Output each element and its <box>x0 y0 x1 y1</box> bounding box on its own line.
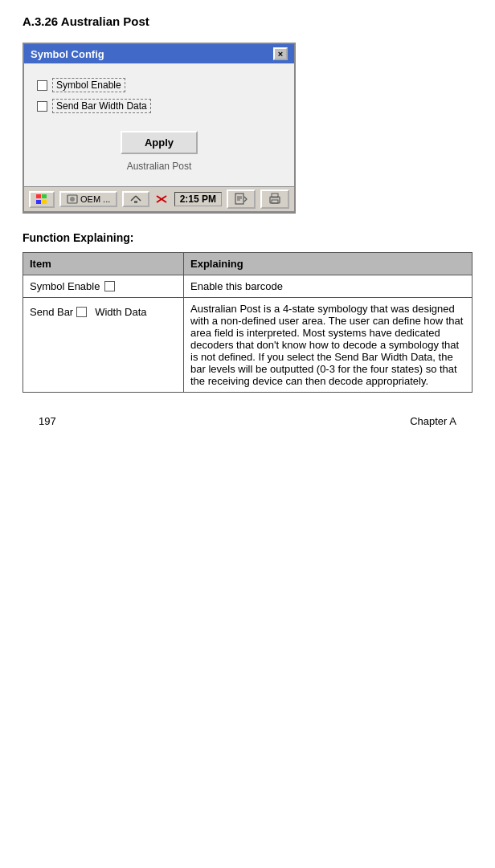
function-explaining-title: Function Explaining: <box>22 231 472 244</box>
svg-rect-6 <box>134 201 137 203</box>
oem-icon <box>67 194 78 204</box>
col-header-item: Item <box>23 253 184 275</box>
send-bar-width-row: Send Bar Width Data <box>37 99 281 113</box>
windows-flag-icon <box>36 194 47 205</box>
col-header-explaining: Explaining <box>184 253 472 275</box>
apply-area: Apply <box>37 131 281 154</box>
network-icon <box>129 194 142 204</box>
send-bar-width-label: Send Bar Width Data <box>52 99 151 113</box>
page-title: A.3.26 Australian Post <box>22 14 472 28</box>
row2-item-label: Send Bar <box>30 306 73 318</box>
symbol-enable-checkbox[interactable] <box>37 80 47 91</box>
doc-icon <box>234 193 248 206</box>
dialog-body: Symbol Enable Send Bar Width Data Apply … <box>24 63 294 186</box>
symbol-config-dialog: Symbol Config × Symbol Enable Send Bar W… <box>22 43 296 214</box>
oem-button[interactable]: OEM ... <box>59 191 117 207</box>
printer-icon <box>268 193 282 206</box>
svg-rect-2 <box>36 200 41 204</box>
svg-rect-15 <box>272 200 278 203</box>
symbol-enable-label: Symbol Enable <box>52 78 125 92</box>
symbol-enable-row: Symbol Enable <box>37 78 281 92</box>
send-bar-width-checkbox[interactable] <box>37 101 47 112</box>
row2-explaining: Australian Post is a 4-state symbology t… <box>184 298 472 393</box>
table-header-row: Item Explaining <box>23 253 472 275</box>
svg-rect-0 <box>36 194 41 198</box>
footer-page-number: 197 <box>39 415 56 427</box>
table-row: Symbol Enable Enable this barcode <box>23 275 472 298</box>
row2-send-bar-checkbox[interactable] <box>76 307 87 317</box>
row1-item: Symbol Enable <box>23 275 184 298</box>
page-footer: 197 Chapter A <box>22 415 472 427</box>
apply-button[interactable]: Apply <box>121 131 198 154</box>
dialog-titlebar: Symbol Config × <box>24 44 294 63</box>
row1-symbol-checkbox[interactable] <box>104 281 115 291</box>
svg-rect-3 <box>42 200 47 204</box>
row1-explaining: Enable this barcode <box>184 275 472 298</box>
row2-item-suffix: Width Data <box>95 306 146 318</box>
x-icon <box>154 194 169 205</box>
row1-item-label: Symbol Enable <box>30 280 100 292</box>
oem-label: OEM ... <box>80 194 110 204</box>
svg-point-5 <box>70 197 75 202</box>
taskbar: OEM ... 2:15 PM <box>24 186 294 212</box>
taskbar-extra-btn2[interactable] <box>260 189 289 209</box>
start-button[interactable] <box>29 191 55 208</box>
network-button[interactable] <box>122 191 149 207</box>
taskbar-time: 2:15 PM <box>174 192 222 206</box>
taskbar-extra-btn1[interactable] <box>227 189 256 209</box>
dialog-title: Symbol Config <box>31 48 104 60</box>
dialog-close-button[interactable]: × <box>273 47 288 60</box>
table-row: Send Bar Width Data Australian Post is a… <box>23 298 472 393</box>
dialog-wrapper: Symbol Config × Symbol Enable Send Bar W… <box>22 43 472 214</box>
row2-item: Send Bar Width Data <box>23 298 184 393</box>
dialog-subtitle: Australian Post <box>37 161 281 172</box>
svg-rect-1 <box>42 194 47 198</box>
footer-chapter: Chapter A <box>410 415 456 427</box>
explain-table: Item Explaining Symbol Enable Enable thi… <box>22 252 472 393</box>
